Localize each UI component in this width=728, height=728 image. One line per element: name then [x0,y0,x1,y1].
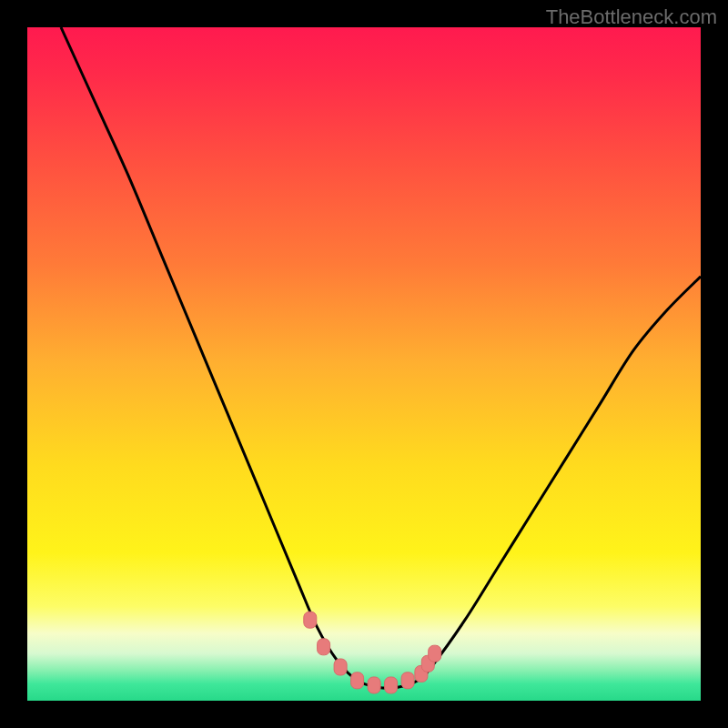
highlight-marker [429,645,441,662]
bottleneck-curve [61,27,701,688]
highlight-marker [318,639,330,655]
highlight-marker [368,677,380,693]
plot-area [27,27,701,701]
watermark-text: TheBottleneck.com [546,5,717,29]
highlight-marker [304,612,317,628]
highlight-marker [351,672,364,689]
highlight-marker [401,672,414,689]
chart-svg [27,27,701,701]
highlight-marker [385,677,398,693]
canvas-frame: TheBottleneck.com [0,0,728,728]
marker-group [304,612,441,693]
highlight-marker [334,659,347,675]
